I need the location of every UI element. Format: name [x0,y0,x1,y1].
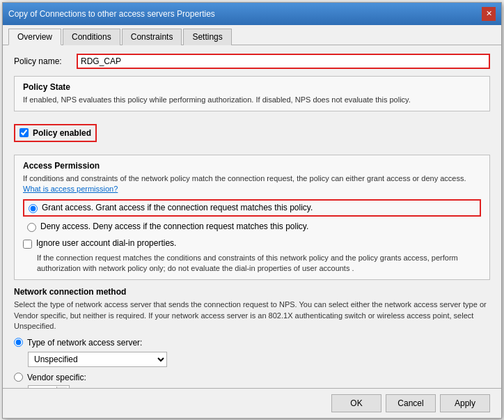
type-server-label: Type of network access server: [27,338,142,348]
cancel-button[interactable]: Cancel [386,394,436,412]
policy-name-label: Policy name: [14,56,77,66]
main-content: Policy name: Policy State If enabled, NP… [3,45,501,388]
grant-access-radio[interactable] [29,204,38,213]
dialog-title: Copy of Connections to other access serv… [8,9,215,19]
access-permission-section: Access Permission If conditions and cons… [14,155,490,281]
tab-settings[interactable]: Settings [183,29,231,45]
policy-name-row: Policy name: [14,54,490,69]
network-connection-title: Network connection method [14,287,490,297]
dialog: Copy of Connections to other access serv… [2,2,502,419]
tab-conditions[interactable]: Conditions [63,29,120,45]
ignore-dialin-label: Ignore user account dial-in properties. [36,238,176,248]
policy-enabled-label[interactable]: Policy enabled [14,124,97,142]
vendor-specific-row: Vendor specific: [14,373,490,382]
ignore-dialin-row: Ignore user account dial-in properties. [23,238,481,249]
network-connection-desc: Select the type of network access server… [14,300,490,332]
ignore-dialin-desc: If the connection request matches the co… [37,253,481,274]
policy-state-title: Policy State [23,82,481,92]
vendor-specific-label: Vendor specific: [27,373,86,382]
apply-button[interactable]: Apply [440,394,490,412]
deny-access-radio[interactable] [27,223,36,232]
access-permission-link[interactable]: What is access permission? [23,185,118,193]
deny-access-row: Deny access. Deny access if the connecti… [23,219,481,234]
ignore-dialin-checkbox[interactable] [23,240,32,249]
deny-access-label: Deny access. Deny access if the connecti… [40,221,308,231]
access-permission-desc: If conditions and constraints of the net… [23,173,481,195]
access-permission-title: Access Permission [23,161,481,171]
dialog-footer: OK Cancel Apply [3,388,501,418]
policy-enabled-text: Policy enabled [33,128,91,138]
network-connection-section: Network connection method Select the typ… [14,287,490,387]
type-server-row: Type of network access server: [14,338,490,348]
policy-enabled-checkbox[interactable] [19,128,29,137]
policy-name-input[interactable] [77,54,490,69]
title-bar: Copy of Connections to other access serv… [3,3,501,25]
close-button[interactable]: ✕ [482,7,496,21]
type-dropdown-row: Unspecified Remote Desktop Gateway 802.1… [28,352,490,367]
grant-access-label: Grant access. Grant access if the connec… [42,203,313,212]
grant-access-row: Grant access. Grant access if the connec… [23,199,481,217]
radio-group: Grant access. Grant access if the connec… [23,199,481,234]
type-dropdown[interactable]: Unspecified Remote Desktop Gateway 802.1… [28,352,167,367]
tab-constraints[interactable]: Constraints [122,29,182,45]
tab-overview[interactable]: Overview [8,29,61,45]
ok-button[interactable]: OK [331,394,381,412]
policy-state-desc: If enabled, NPS evaluates this policy wh… [23,95,481,105]
tab-strip: Overview Conditions Constraints Settings [3,25,501,45]
policy-state-section: Policy State If enabled, NPS evaluates t… [14,76,490,111]
type-server-radio[interactable] [14,338,23,347]
vendor-specific-radio[interactable] [14,373,23,382]
